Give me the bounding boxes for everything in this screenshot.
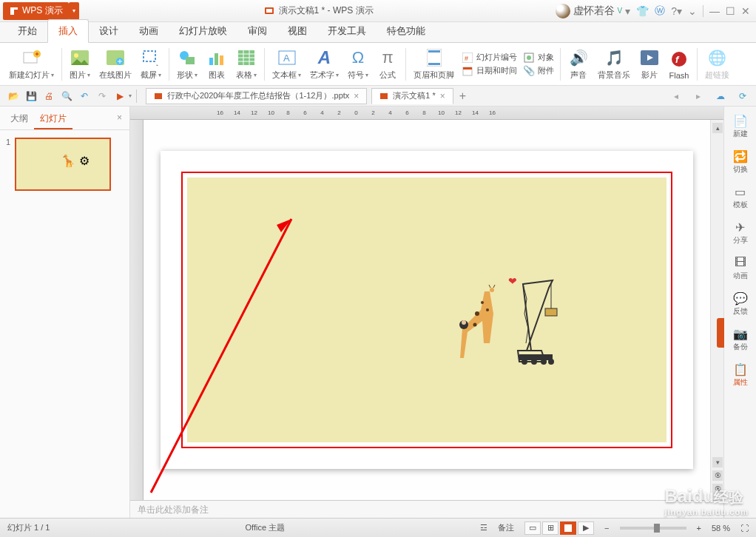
close-tab-icon[interactable]: × bbox=[440, 91, 445, 101]
menu-tab-5[interactable]: 审阅 bbox=[237, 20, 277, 42]
notes-pane[interactable]: 单击此处添加备注 bbox=[130, 500, 723, 518]
skin-icon[interactable]: 👕 bbox=[636, 5, 649, 17]
quick-access-bar: 📂 💾 🖨 🔍 ↶ ↷ ▶ ▾ 行政中心2020年年度工作总结报告（1-12月）… bbox=[0, 86, 756, 107]
sidebar-备份[interactable]: 📷备份 bbox=[733, 327, 748, 352]
weibo-icon[interactable]: ⓦ bbox=[655, 4, 665, 18]
sidebar-handle[interactable] bbox=[717, 318, 724, 348]
table-button[interactable]: 表格▾ bbox=[232, 44, 261, 84]
movie-button[interactable]: 影片 bbox=[635, 44, 664, 84]
sidebar-模板[interactable]: ▭模板 bbox=[733, 185, 748, 210]
zoom-out-button[interactable]: − bbox=[604, 524, 609, 533]
svg-rect-19 bbox=[428, 63, 440, 65]
app-badge[interactable]: WPS 演示 bbox=[3, 2, 69, 20]
sidebar-切换[interactable]: 🔁切换 bbox=[733, 149, 748, 175]
sidebar-动画[interactable]: 🎞动画 bbox=[733, 256, 748, 281]
next-slide-button[interactable]: ⦿ bbox=[712, 484, 723, 494]
date-time-button[interactable]: 日期和时间 bbox=[462, 65, 517, 77]
slide-canvas[interactable]: ❤ bbox=[144, 120, 710, 500]
sidebar-分享[interactable]: ✈分享 bbox=[733, 220, 748, 246]
ribbon: 新建幻灯片▾ 图片▾ 在线图片 截屏▾ 形状▾ 图表 表格▾ A文本框▾ A艺术… bbox=[0, 43, 756, 86]
menu-tab-3[interactable]: 动画 bbox=[129, 20, 169, 42]
minimize-button[interactable]: — bbox=[709, 5, 720, 17]
menu-tab-4[interactable]: 幻灯片放映 bbox=[169, 20, 237, 42]
attachment-button[interactable]: 📎附件 bbox=[523, 65, 554, 77]
nav-right-icon[interactable]: ▸ bbox=[691, 89, 706, 104]
bgm-button[interactable]: 🎵背景音乐 bbox=[593, 44, 635, 84]
reading-view-button[interactable] bbox=[560, 521, 576, 535]
close-button[interactable]: ✕ bbox=[741, 5, 750, 17]
user-account[interactable]: 虚怀若谷 V▾ bbox=[556, 4, 631, 18]
wordart-button[interactable]: A艺术字▾ bbox=[306, 44, 343, 84]
screenshot-button[interactable]: 截屏▾ bbox=[136, 44, 166, 84]
close-panel-button[interactable]: × bbox=[114, 109, 125, 129]
new-slide-button[interactable]: 新建幻灯片▾ bbox=[4, 44, 58, 84]
app-name: WPS 演示 bbox=[22, 4, 63, 17]
tab-outline[interactable]: 大纲 bbox=[4, 109, 34, 129]
textbox-button[interactable]: A文本框▾ bbox=[268, 44, 306, 84]
tab-slides[interactable]: 幻灯片 bbox=[34, 109, 72, 129]
redo-icon[interactable]: ↷ bbox=[95, 89, 109, 104]
audio-button[interactable]: 🔊声音 bbox=[564, 44, 593, 84]
object-button[interactable]: 对象 bbox=[523, 52, 554, 64]
zoom-value[interactable]: 58 % bbox=[712, 524, 730, 533]
svg-rect-8 bbox=[144, 51, 155, 61]
open-icon[interactable]: 📂 bbox=[6, 89, 21, 104]
nav-left-icon[interactable]: ◂ bbox=[669, 89, 684, 104]
play-icon[interactable]: ▶ bbox=[112, 89, 127, 104]
menu-tab-2[interactable]: 设计 bbox=[89, 20, 129, 42]
qa-customize[interactable]: ▾ bbox=[129, 92, 132, 99]
image-button[interactable]: 图片▾ bbox=[65, 44, 95, 84]
sync-icon[interactable]: ⟳ bbox=[735, 89, 750, 104]
spellcheck-icon[interactable]: ☲ bbox=[480, 523, 487, 533]
scroll-down-button[interactable]: ▾ bbox=[712, 457, 723, 467]
fit-button[interactable]: ⛶ bbox=[740, 524, 749, 533]
menu-tabs: 开始插入设计动画幻灯片放映审阅视图开发工具特色功能 bbox=[0, 22, 756, 43]
formula-button[interactable]: π公式 bbox=[373, 44, 402, 84]
svg-point-37 bbox=[462, 320, 466, 325]
maximize-button[interactable]: ☐ bbox=[726, 5, 735, 17]
svg-rect-12 bbox=[215, 53, 218, 65]
symbol-button[interactable]: Ω符号▾ bbox=[343, 44, 373, 84]
menu-tab-6[interactable]: 视图 bbox=[277, 20, 317, 42]
header-footer-button[interactable]: 页眉和页脚 bbox=[409, 44, 459, 84]
vertical-ruler bbox=[130, 120, 144, 500]
vertical-scrollbar[interactable]: ▴ ▾ ⦿ ⦿ bbox=[710, 120, 723, 500]
shapes-button[interactable]: 形状▾ bbox=[172, 44, 202, 84]
thumb-tabs: 大纲 幻灯片 × bbox=[0, 107, 129, 130]
sidebar-属性[interactable]: 📋属性 bbox=[733, 362, 748, 388]
flash-button[interactable]: fFlash bbox=[664, 44, 694, 84]
document-tab[interactable]: 行政中心2020年年度工作总结报告（1-12月）.pptx× bbox=[146, 88, 367, 104]
undo-icon[interactable]: ↶ bbox=[77, 89, 92, 104]
sidebar-反馈[interactable]: 💬反馈 bbox=[733, 291, 748, 317]
scroll-up-button[interactable]: ▴ bbox=[712, 123, 723, 133]
slide-thumbnail[interactable]: 1 🦒 ⚙ bbox=[6, 138, 124, 191]
print-preview-icon[interactable]: 🔍 bbox=[59, 89, 74, 104]
normal-view-button[interactable]: ▭ bbox=[524, 521, 541, 535]
add-document-button[interactable]: + bbox=[459, 90, 466, 103]
chart-button[interactable]: 图表 bbox=[202, 44, 232, 84]
document-tab[interactable]: 演示文稿1 *× bbox=[371, 88, 453, 104]
close-tab-icon[interactable]: × bbox=[354, 91, 359, 101]
prev-slide-button[interactable]: ⦿ bbox=[712, 470, 723, 481]
min-ribbon-icon[interactable]: ⌄ bbox=[688, 5, 697, 17]
giraffe-image bbox=[456, 284, 508, 365]
sidebar-新建[interactable]: 📄新建 bbox=[733, 114, 748, 139]
notes-toggle[interactable]: 备注 bbox=[498, 522, 514, 533]
cloud-icon[interactable]: ☁ bbox=[713, 89, 728, 104]
app-menu-dropdown[interactable]: ▾ bbox=[69, 2, 79, 20]
menu-tab-0[interactable]: 开始 bbox=[7, 20, 47, 42]
menu-tab-7[interactable]: 开发工具 bbox=[317, 20, 377, 42]
slideshow-button[interactable]: ▶ bbox=[578, 521, 594, 535]
slide[interactable]: ❤ bbox=[161, 151, 693, 469]
print-icon[interactable]: 🖨 bbox=[41, 89, 56, 104]
avatar bbox=[556, 4, 570, 18]
zoom-slider[interactable] bbox=[620, 527, 686, 530]
menu-tab-8[interactable]: 特色功能 bbox=[377, 20, 436, 42]
help-icon[interactable]: ?▾ bbox=[671, 5, 682, 17]
menu-tab-1[interactable]: 插入 bbox=[47, 19, 89, 43]
zoom-in-button[interactable]: + bbox=[697, 524, 701, 533]
save-icon[interactable]: 💾 bbox=[24, 89, 38, 104]
online-image-button[interactable]: 在线图片 bbox=[95, 44, 136, 84]
sorter-view-button[interactable]: ⊞ bbox=[542, 521, 558, 535]
slide-number-button[interactable]: #幻灯片编号 bbox=[462, 52, 517, 64]
